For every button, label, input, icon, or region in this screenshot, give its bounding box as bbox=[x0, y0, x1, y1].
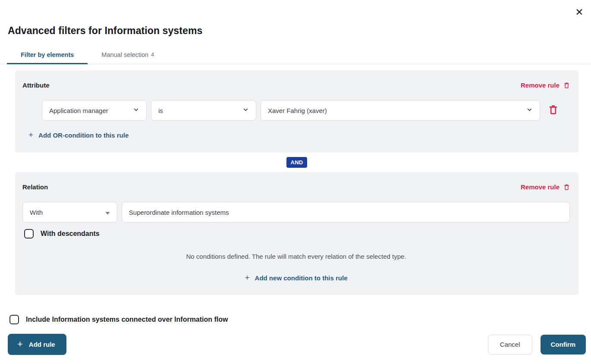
tab-manual-selection[interactable]: Manual selection 4 bbox=[88, 46, 168, 64]
tab-bar: Filter by elements Manual selection 4 bbox=[0, 46, 591, 64]
remove-attribute-rule-button[interactable]: Remove rule bbox=[521, 82, 570, 89]
footer-bar: + Add rule Cancel Confirm bbox=[0, 334, 591, 355]
add-or-condition-button[interactable]: + Add OR-condition to this rule bbox=[28, 131, 129, 139]
include-information-flow-checkbox[interactable] bbox=[9, 315, 19, 324]
add-condition-label: Add new condition to this rule bbox=[255, 274, 348, 282]
plus-icon: + bbox=[245, 273, 249, 282]
remove-relation-rule-button[interactable]: Remove rule bbox=[521, 183, 570, 191]
operator-select[interactable]: is bbox=[151, 100, 256, 121]
chevron-down-icon bbox=[242, 107, 249, 114]
plus-icon: + bbox=[17, 339, 23, 349]
with-descendants-label: With descendants bbox=[41, 230, 100, 238]
add-rule-button[interactable]: + Add rule bbox=[8, 334, 66, 355]
chevron-down-icon bbox=[133, 107, 139, 114]
trash-icon bbox=[563, 184, 570, 191]
include-information-flow-row: Include Information systems connected ov… bbox=[9, 315, 591, 324]
tab-filter-by-elements-label: Filter by elements bbox=[21, 51, 74, 58]
misspelled-word: xaver bbox=[309, 107, 325, 114]
attribute-select-value: Application manager bbox=[49, 107, 108, 114]
rule-operator-separator: AND bbox=[15, 153, 578, 172]
remove-relation-rule-label: Remove rule bbox=[521, 183, 560, 191]
trash-icon bbox=[548, 104, 558, 116]
close-button[interactable]: ✕ bbox=[573, 6, 585, 18]
relation-type-value: Superordinate information systems bbox=[129, 209, 229, 216]
cancel-button[interactable]: Cancel bbox=[488, 335, 532, 355]
tab-filter-by-elements[interactable]: Filter by elements bbox=[7, 46, 88, 64]
value-select[interactable]: Xaver Fahrig (xaver) bbox=[261, 100, 540, 121]
add-or-condition-label: Add OR-condition to this rule bbox=[38, 132, 129, 139]
page-title: Advanced filters for Information systems bbox=[8, 25, 583, 37]
operator-select-value: is bbox=[158, 107, 163, 114]
attribute-select[interactable]: Application manager bbox=[42, 100, 147, 121]
trash-icon bbox=[563, 82, 570, 89]
relation-direction-select[interactable]: With bbox=[22, 202, 117, 223]
value-select-value: Xaver Fahrig (xaver) bbox=[268, 107, 327, 114]
include-information-flow-label: Include Information systems connected ov… bbox=[26, 316, 228, 323]
confirm-button[interactable]: Confirm bbox=[541, 335, 586, 355]
relation-rule-type-label: Relation bbox=[22, 183, 48, 191]
tab-manual-selection-label: Manual selection bbox=[101, 51, 148, 58]
remove-attribute-rule-label: Remove rule bbox=[521, 82, 560, 89]
attribute-rule-type-label: Attribute bbox=[22, 82, 50, 89]
attribute-rule-card: Attribute Remove rule Application manage… bbox=[15, 70, 578, 153]
and-operator-badge[interactable]: AND bbox=[286, 157, 307, 168]
caret-down-icon bbox=[105, 209, 110, 216]
with-descendants-checkbox[interactable] bbox=[24, 229, 34, 238]
close-icon: ✕ bbox=[575, 7, 583, 17]
chevron-down-icon bbox=[526, 107, 533, 114]
relation-type-input[interactable]: Superordinate information systems bbox=[122, 202, 570, 223]
with-descendants-row: With descendants bbox=[24, 229, 570, 238]
filter-rules-content: Attribute Remove rule Application manage… bbox=[0, 64, 591, 295]
delete-condition-button[interactable] bbox=[548, 104, 558, 116]
add-condition-button[interactable]: + Add new condition to this rule bbox=[245, 274, 347, 282]
no-conditions-message: No conditions defined. The rule will mat… bbox=[22, 253, 570, 260]
tab-manual-selection-count: 4 bbox=[151, 52, 154, 58]
relation-rule-card: Relation Remove rule With Superordinate … bbox=[15, 172, 578, 295]
plus-icon: + bbox=[28, 131, 33, 139]
relation-direction-value: With bbox=[30, 209, 43, 216]
add-rule-label: Add rule bbox=[29, 341, 55, 348]
